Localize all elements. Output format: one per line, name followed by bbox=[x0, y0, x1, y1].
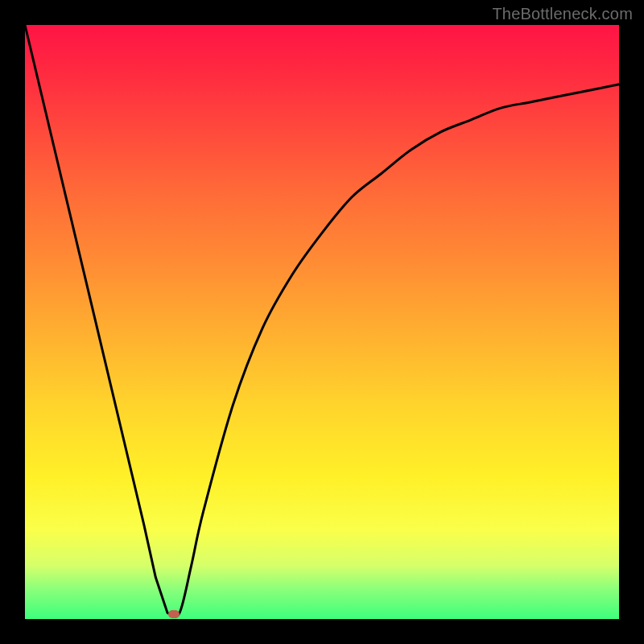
curve-path bbox=[25, 25, 619, 617]
plot-area bbox=[25, 25, 619, 619]
optimum-marker bbox=[168, 610, 180, 618]
bottleneck-curve bbox=[25, 25, 619, 619]
chart-frame: TheBottleneck.com bbox=[0, 0, 644, 644]
watermark-text: TheBottleneck.com bbox=[492, 5, 633, 23]
